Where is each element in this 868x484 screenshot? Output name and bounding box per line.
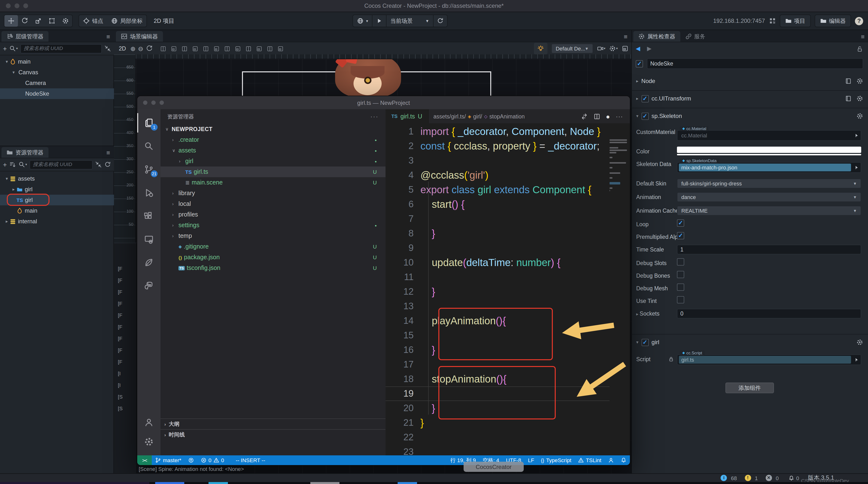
hierarchy-node[interactable]: ▾Canvas (0, 67, 114, 78)
tab-scene-editor[interactable]: 场景编辑器 (116, 31, 163, 42)
tree-chevron-icon[interactable]: ∨ (172, 148, 179, 153)
tree-chevron-icon[interactable]: › (172, 137, 179, 142)
align-tool-icon[interactable] (256, 46, 262, 52)
section-skeleton[interactable]: ▾ ✓ sp.Skeleton (631, 111, 868, 121)
inspector-back-icon[interactable]: ◀ (636, 45, 640, 52)
tslint-item[interactable]: TSLint (575, 455, 605, 465)
align-tool-icon[interactable] (245, 46, 251, 52)
node-name-input[interactable]: NodeSke (647, 58, 863, 69)
split-editor-icon[interactable] (593, 113, 600, 120)
tree-chevron-icon[interactable]: ▸ (11, 187, 17, 192)
open-editor-button[interactable]: 编辑器 (814, 15, 851, 27)
section-uitransform[interactable]: ▸ ✓ cc.UITransform (631, 93, 868, 104)
select-animation[interactable]: dance▼ (677, 192, 861, 202)
search-icon[interactable] (137, 136, 160, 156)
feedback-icon[interactable] (605, 455, 617, 465)
tree-chevron-icon[interactable]: ▾ (11, 70, 17, 75)
rect-tool-button[interactable] (45, 15, 59, 27)
section-girl[interactable]: ▾ ✓ girl (631, 337, 868, 348)
explorer-item[interactable]: ◆.gitignoreU (160, 241, 385, 252)
assets-sort-icon[interactable] (9, 161, 16, 168)
uitransform-settings-icon[interactable] (856, 95, 863, 102)
explorer-icon[interactable]: 1 (137, 113, 160, 133)
gizmo-light-button[interactable] (534, 43, 548, 54)
asset-item[interactable]: TSgirl (0, 195, 114, 205)
assets-refresh-icon[interactable] (104, 161, 111, 168)
hierarchy-search-input[interactable]: 搜索名称或 UUID (20, 44, 102, 53)
code-area[interactable]: 1import { _decorator, Component, Node } … (385, 123, 630, 455)
input-sockets[interactable]: 0 (677, 309, 861, 318)
skeleton-settings-icon[interactable] (856, 113, 863, 119)
girl-settings-icon[interactable] (856, 339, 863, 346)
hierarchy-collapse-icon[interactable] (104, 45, 111, 52)
node-docs-icon[interactable] (845, 78, 851, 84)
tree-chevron-icon[interactable]: › (172, 201, 179, 206)
git-branch-item[interactable]: master* (152, 455, 185, 465)
explorer-more-icon[interactable]: ··· (370, 114, 379, 119)
node-active-checkbox[interactable]: ✓ (636, 60, 643, 67)
open-changes-icon[interactable] (581, 113, 587, 120)
color-swatch[interactable] (677, 147, 861, 153)
asset-item[interactable]: ▸internal (0, 216, 114, 227)
create-node-button[interactable]: + (3, 45, 7, 52)
tree-chevron-icon[interactable]: › (172, 223, 179, 228)
explorer-item[interactable]: TStsconfig.jsonU (160, 263, 385, 273)
account-icon[interactable] (137, 412, 160, 432)
select-default-skin[interactable]: full-skins/girl-spring-dress▼ (677, 179, 861, 188)
tab-inspector[interactable]: 属性检查器 (633, 31, 680, 42)
remote-explorer-icon[interactable] (137, 230, 160, 249)
asset-field[interactable]: mix-and-match-pro.json (677, 162, 861, 173)
scene-2d-toggle[interactable]: 2D (117, 46, 128, 52)
eol-item[interactable]: LF (524, 455, 537, 465)
align-tool-icon[interactable] (224, 46, 230, 52)
local-coords-button[interactable]: 局部坐标 (107, 15, 147, 27)
hierarchy-node[interactable]: NodeSke (0, 88, 114, 99)
tab-service[interactable]: 服务 (680, 31, 710, 42)
tree-chevron-icon[interactable]: › (172, 212, 179, 217)
breadcrumbs[interactable]: assets/girl.ts/ ◈ girl/ ◇ stopAnimation (428, 113, 525, 119)
mongodb-icon[interactable] (137, 253, 160, 272)
explorer-item[interactable]: ›local (160, 199, 385, 209)
inspector-unlock-icon[interactable] (856, 46, 863, 52)
explorer-item[interactable]: ≣main.sceneU (160, 177, 385, 188)
zoom-out-icon[interactable]: ⊖ (138, 45, 143, 52)
editor-tab-girl-ts[interactable]: TS girl.ts U (385, 109, 428, 123)
alpha-bar[interactable] (677, 154, 861, 155)
checkbox-debug-slots[interactable] (677, 258, 684, 265)
inspector-menu-icon[interactable]: ≡ (861, 33, 868, 42)
align-tool-icon[interactable] (213, 46, 219, 52)
reset-view-icon[interactable] (146, 45, 153, 52)
tree-chevron-icon[interactable]: › (179, 159, 185, 164)
display-mode-select[interactable]: Default De...▼ (551, 44, 593, 53)
asset-picker-icon[interactable] (852, 131, 861, 140)
asset-item[interactable]: ▾assets (0, 173, 114, 184)
explorer-item[interactable]: ›profiles (160, 209, 385, 220)
gizmo-settings-button[interactable] (59, 15, 72, 27)
checkbox-premultiplied-alpha[interactable]: ✓ (677, 232, 684, 239)
info-count-icon[interactable]: i (721, 475, 727, 481)
explorer-item[interactable]: ›girl● (160, 156, 385, 167)
reload-preview-button[interactable] (434, 15, 447, 27)
tab-hierarchy[interactable]: 层级管理器 (1, 31, 48, 42)
explorer-item[interactable]: {}package.jsonU (160, 252, 385, 263)
asset-item[interactable]: main (0, 205, 114, 216)
explorer-item[interactable]: ∨NEWPROJECT (160, 124, 385, 135)
checkbox-loop[interactable]: ✓ (677, 220, 684, 227)
skeleton-enabled-checkbox[interactable]: ✓ (641, 112, 649, 120)
align-tool-icon[interactable] (267, 46, 273, 52)
checkbox-debug-bones[interactable] (677, 271, 684, 278)
script-asset-field[interactable]: girl.ts (677, 354, 861, 365)
hierarchy-search-filter-icon[interactable]: ▾ (9, 45, 18, 52)
source-control-icon[interactable]: 21 (137, 160, 160, 179)
align-tool-icon[interactable] (160, 46, 166, 52)
script-picker-icon[interactable] (852, 355, 861, 365)
node-settings-icon[interactable] (856, 78, 863, 84)
remote-indicator[interactable]: >< (137, 455, 152, 465)
settings-gear-icon[interactable] (137, 432, 160, 452)
select-animation-cache-mode[interactable]: REALTIME▼ (677, 206, 861, 216)
explorer-item[interactable]: ›settings● (160, 220, 385, 231)
hierarchy-node[interactable]: ▾main (0, 56, 114, 67)
add-component-button[interactable]: 添加组件 (725, 382, 774, 393)
assets-menu-icon[interactable]: ≡ (106, 149, 114, 158)
uitransform-docs-icon[interactable] (845, 95, 851, 102)
